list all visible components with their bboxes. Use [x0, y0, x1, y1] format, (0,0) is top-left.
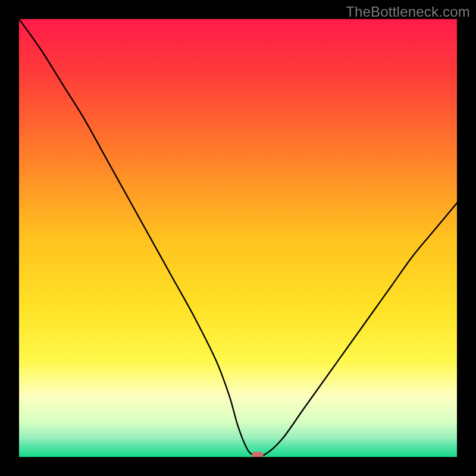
optimal-point-marker: [252, 452, 264, 457]
watermark-text: TheBottleneck.com: [346, 4, 470, 20]
plot-area: [19, 19, 457, 457]
chart-container: TheBottleneck.com: [0, 0, 476, 476]
chart-svg: [19, 19, 457, 457]
gradient-background: [19, 19, 457, 457]
